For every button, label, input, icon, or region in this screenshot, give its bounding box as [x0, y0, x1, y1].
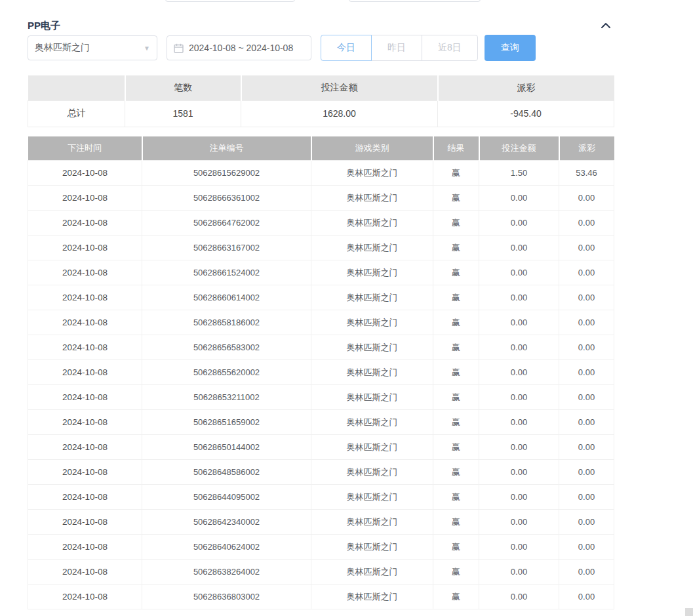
- cell-result: 赢: [433, 485, 479, 510]
- last-8-days-button[interactable]: 近8日: [422, 35, 478, 61]
- cell-bet-amount: 0.00: [479, 385, 559, 410]
- cell-bet-time: 2024-10-08: [28, 161, 142, 186]
- cell-bet-time: 2024-10-08: [28, 510, 142, 535]
- table-row: 2024-10-08 50628636803002 奥林匹斯之门 赢 0.00 …: [28, 585, 614, 609]
- header-payout: 派彩: [559, 136, 614, 161]
- cell-bet-time: 2024-10-08: [28, 236, 142, 260]
- cell-result: 赢: [433, 310, 479, 335]
- cell-result: 赢: [433, 585, 479, 609]
- cell-bet-amount: 0.00: [479, 560, 559, 585]
- cell-bet-id: 50628656583002: [142, 335, 311, 360]
- table-row: 2024-10-08 50628661524002 奥林匹斯之门 赢 0.00 …: [28, 260, 614, 285]
- cell-payout: 0.00: [559, 510, 614, 535]
- cell-game-type: 奥林匹斯之门: [311, 260, 433, 285]
- cell-result: 赢: [433, 236, 479, 260]
- cell-game-type: 奥林匹斯之门: [311, 335, 433, 360]
- cell-game-type: 奥林匹斯之门: [311, 310, 433, 335]
- cell-bet-amount: 0.00: [479, 285, 559, 310]
- table-row: 2024-10-08 50628656583002 奥林匹斯之门 赢 0.00 …: [28, 335, 614, 360]
- cell-game-type: 奥林匹斯之门: [311, 585, 433, 609]
- summary-payout-value: -945.40: [438, 100, 614, 127]
- cell-bet-id: 50628653211002: [142, 385, 311, 410]
- cell-bet-time: 2024-10-08: [28, 360, 142, 385]
- cell-result: 赢: [433, 535, 479, 560]
- cell-payout: 0.00: [559, 385, 614, 410]
- table-row: 2024-10-08 50628663167002 奥林匹斯之门 赢 0.00 …: [28, 236, 614, 260]
- cell-bet-time: 2024-10-08: [28, 260, 142, 285]
- cell-result: 赢: [433, 385, 479, 410]
- cell-result: 赢: [433, 285, 479, 310]
- section-title: PP电子: [28, 20, 60, 32]
- cell-bet-time: 2024-10-08: [28, 186, 142, 211]
- cell-payout: 0.00: [559, 435, 614, 460]
- summary-header-bet-amount: 投注金额: [241, 75, 438, 100]
- cell-game-type: 奥林匹斯之门: [311, 211, 433, 236]
- summary-header-row: 笔数 投注金额 派彩: [28, 75, 614, 100]
- cell-bet-amount: 0.00: [479, 410, 559, 435]
- cell-game-type: 奥林匹斯之门: [311, 510, 433, 535]
- cell-bet-amount: 0.00: [479, 260, 559, 285]
- cell-bet-amount: 0.00: [479, 510, 559, 535]
- summary-header-payout: 派彩: [438, 75, 614, 100]
- table-row: 2024-10-08 50628664762002 奥林匹斯之门 赢 0.00 …: [28, 211, 614, 236]
- header-result: 结果: [433, 136, 479, 161]
- cell-bet-id: 50628666361002: [142, 186, 311, 211]
- date-range-input[interactable]: 2024-10-08 ~ 2024-10-08: [167, 35, 311, 60]
- quick-range-group: 今日 昨日 近8日: [321, 35, 478, 61]
- cell-game-type: 奥林匹斯之门: [311, 410, 433, 435]
- cell-bet-id: 50628663167002: [142, 236, 311, 260]
- table-row: 2024-10-08 50628655620002 奥林匹斯之门 赢 0.00 …: [28, 360, 614, 385]
- calendar-icon: [174, 43, 184, 53]
- cell-payout: 0.00: [559, 410, 614, 435]
- bet-table-header-row: 下注时间 注单编号 游戏类别 结果 投注金额 派彩: [28, 136, 614, 161]
- cell-payout: 0.00: [559, 186, 614, 211]
- summary-header-empty: [28, 75, 125, 100]
- cell-bet-time: 2024-10-08: [28, 460, 142, 485]
- cell-bet-amount: 0.00: [479, 186, 559, 211]
- cell-payout: 0.00: [559, 310, 614, 335]
- table-row: 2024-10-08 50628658186002 奥林匹斯之门 赢 0.00 …: [28, 310, 614, 335]
- cell-payout: 0.00: [559, 285, 614, 310]
- cell-bet-amount: 0.00: [479, 211, 559, 236]
- cell-bet-id: 50628642340002: [142, 510, 311, 535]
- summary-count-value: 1581: [125, 100, 241, 127]
- cell-game-type: 奥林匹斯之门: [311, 560, 433, 585]
- yesterday-button[interactable]: 昨日: [371, 35, 422, 61]
- cell-game-type: 奥林匹斯之门: [311, 385, 433, 410]
- cell-bet-amount: 0.00: [479, 236, 559, 260]
- cell-result: 赢: [433, 161, 479, 186]
- summary-total-label: 总计: [28, 100, 125, 127]
- cell-game-type: 奥林匹斯之门: [311, 285, 433, 310]
- cell-bet-amount: 1.50: [479, 161, 559, 186]
- cell-payout: 0.00: [559, 460, 614, 485]
- cell-payout: 0.00: [559, 360, 614, 385]
- cell-game-type: 奥林匹斯之门: [311, 535, 433, 560]
- cell-bet-amount: 0.00: [479, 335, 559, 360]
- cell-result: 赢: [433, 260, 479, 285]
- chevron-down-icon: ▼: [144, 45, 150, 52]
- cell-bet-time: 2024-10-08: [28, 435, 142, 460]
- cell-bet-id: 50628661524002: [142, 260, 311, 285]
- table-row: 2024-10-08 50628640624002 奥林匹斯之门 赢 0.00 …: [28, 535, 614, 560]
- header-game-type: 游戏类别: [311, 136, 433, 161]
- section-header: PP电子: [28, 0, 614, 33]
- cell-bet-id: 50628651659002: [142, 410, 311, 435]
- cell-game-type: 奥林匹斯之门: [311, 161, 433, 186]
- cell-bet-amount: 0.00: [479, 535, 559, 560]
- summary-bet-amount-value: 1628.00: [241, 100, 438, 127]
- today-button[interactable]: 今日: [321, 35, 372, 61]
- header-bet-id: 注单编号: [142, 136, 311, 161]
- game-select[interactable]: 奥林匹斯之门 ▼: [28, 35, 157, 60]
- bet-table-body: 2024-10-08 50628615629002 奥林匹斯之门 赢 1.50 …: [28, 161, 614, 609]
- cell-game-type: 奥林匹斯之门: [311, 236, 433, 260]
- cell-bet-amount: 0.00: [479, 460, 559, 485]
- cell-payout: 0.00: [559, 535, 614, 560]
- cell-result: 赢: [433, 510, 479, 535]
- cell-bet-time: 2024-10-08: [28, 335, 142, 360]
- search-button[interactable]: 查询: [485, 35, 536, 61]
- cell-game-type: 奥林匹斯之门: [311, 360, 433, 385]
- cell-bet-id: 50628650144002: [142, 435, 311, 460]
- cell-result: 赢: [433, 335, 479, 360]
- cell-game-type: 奥林匹斯之门: [311, 485, 433, 510]
- collapse-section-button[interactable]: [598, 18, 614, 33]
